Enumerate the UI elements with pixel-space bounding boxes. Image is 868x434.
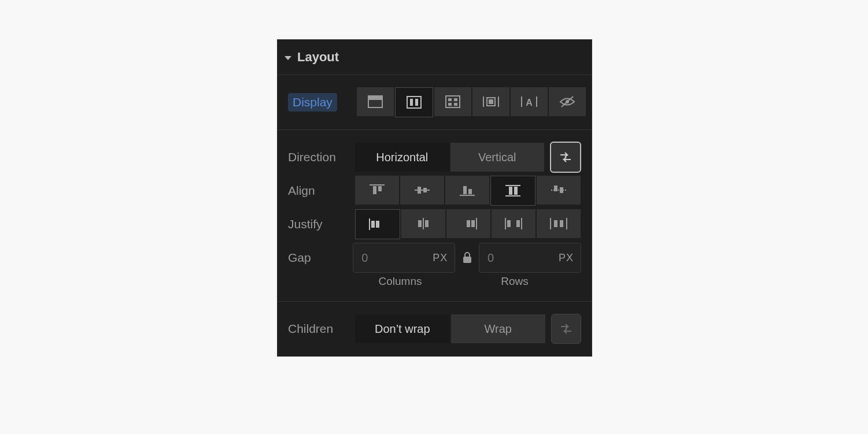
- svg-rect-24: [423, 188, 427, 192]
- swap-arrows-icon: [558, 151, 573, 164]
- align-baseline-button[interactable]: [537, 176, 581, 205]
- children-segmented: Don’t wrap Wrap: [355, 314, 545, 343]
- children-section: Children Don’t wrap Wrap: [278, 301, 592, 356]
- align-label: Align: [288, 184, 355, 198]
- justify-between-icon: [504, 217, 523, 231]
- flex-icon: [407, 96, 422, 109]
- inline-icon: A: [520, 95, 538, 108]
- gap-lock-button[interactable]: [455, 251, 479, 264]
- align-end-button[interactable]: [445, 176, 489, 205]
- svg-text:A: A: [526, 98, 533, 107]
- svg-rect-20: [373, 186, 376, 194]
- display-inline-button[interactable]: A: [511, 87, 548, 116]
- display-button-group: A: [357, 87, 586, 117]
- display-block-button[interactable]: [357, 87, 394, 116]
- panel-header[interactable]: Layout: [278, 40, 592, 75]
- align-center-icon: [413, 183, 431, 197]
- children-label: Children: [288, 322, 355, 336]
- svg-rect-27: [468, 189, 472, 194]
- align-start-icon: [368, 183, 386, 197]
- justify-around-icon: [549, 217, 568, 231]
- lock-icon: [462, 251, 472, 264]
- svg-rect-21: [378, 186, 382, 191]
- svg-rect-13: [489, 99, 493, 104]
- svg-rect-36: [371, 221, 375, 228]
- svg-rect-4: [415, 99, 418, 106]
- justify-end-icon: [459, 217, 478, 231]
- direction-horizontal-button[interactable]: Horizontal: [355, 143, 449, 172]
- gap-rows-input[interactable]: [486, 251, 518, 265]
- svg-rect-8: [448, 103, 452, 106]
- align-button-group: [355, 176, 581, 206]
- display-flex-button[interactable]: [395, 87, 433, 117]
- justify-center-icon: [413, 217, 433, 231]
- children-wrap-button[interactable]: Wrap: [451, 314, 546, 343]
- svg-rect-40: [425, 220, 429, 227]
- svg-rect-2: [407, 97, 421, 108]
- gap-rows-input-wrap: PX: [479, 243, 581, 273]
- gap-rows-sublabel: Rows: [470, 275, 560, 288]
- gap-label: Gap: [288, 251, 353, 265]
- display-grid-button[interactable]: [434, 87, 471, 116]
- direction-label: Direction: [288, 150, 355, 164]
- justify-around-button[interactable]: [537, 209, 581, 238]
- display-section: Display A: [278, 75, 592, 129]
- hidden-eye-icon: [559, 95, 575, 108]
- justify-start-icon: [368, 217, 387, 231]
- align-stretch-icon: [504, 184, 522, 198]
- reverse-direction-button[interactable]: [550, 142, 581, 173]
- panel-title: Layout: [297, 50, 339, 65]
- swap-arrows-dim-icon: [559, 322, 574, 335]
- gap-columns-unit[interactable]: PX: [433, 252, 448, 264]
- justify-between-button[interactable]: [492, 209, 535, 238]
- collapse-triangle-icon: [285, 56, 291, 60]
- reverse-wrap-button[interactable]: [551, 314, 581, 344]
- display-label[interactable]: Display: [288, 93, 337, 112]
- svg-rect-6: [448, 98, 452, 101]
- svg-rect-33: [554, 186, 557, 191]
- justify-label: Justify: [288, 217, 355, 231]
- align-center-button[interactable]: [400, 176, 444, 205]
- flex-section: Direction Horizontal Vertical Align: [278, 129, 592, 301]
- svg-rect-37: [376, 221, 379, 228]
- svg-rect-3: [410, 99, 413, 106]
- svg-rect-50: [554, 220, 557, 227]
- svg-rect-7: [454, 98, 457, 101]
- gap-columns-input-wrap: PX: [353, 243, 455, 273]
- gap-columns-input[interactable]: [360, 251, 391, 265]
- svg-rect-31: [514, 187, 518, 195]
- svg-rect-26: [463, 186, 467, 194]
- svg-rect-46: [507, 220, 511, 227]
- svg-rect-30: [509, 187, 512, 195]
- direction-vertical-button[interactable]: Vertical: [450, 143, 545, 172]
- layout-panel: Layout Display A: [277, 39, 592, 357]
- gap-columns-sublabel: Columns: [355, 275, 445, 288]
- justify-center-button[interactable]: [401, 209, 445, 238]
- align-baseline-icon: [550, 183, 567, 197]
- svg-rect-47: [516, 220, 520, 227]
- svg-rect-9: [454, 103, 457, 106]
- svg-rect-1: [368, 96, 382, 100]
- svg-rect-39: [418, 220, 422, 227]
- svg-rect-5: [446, 96, 460, 107]
- children-nowrap-button[interactable]: Don’t wrap: [355, 314, 450, 343]
- align-stretch-button[interactable]: [490, 176, 535, 206]
- display-inline-block-button[interactable]: [472, 87, 509, 116]
- svg-rect-23: [418, 187, 421, 194]
- svg-rect-43: [471, 220, 475, 227]
- block-icon: [368, 95, 383, 108]
- justify-start-button[interactable]: [355, 209, 400, 239]
- svg-rect-34: [560, 187, 563, 193]
- gap-rows-unit[interactable]: PX: [559, 252, 574, 264]
- svg-rect-52: [463, 257, 471, 263]
- display-none-button[interactable]: [549, 87, 586, 116]
- svg-rect-42: [467, 220, 470, 227]
- svg-rect-51: [560, 220, 563, 227]
- align-end-icon: [459, 183, 476, 197]
- direction-segmented: Horizontal Vertical: [355, 143, 544, 172]
- align-start-button[interactable]: [355, 176, 399, 205]
- inline-block-icon: [482, 95, 500, 108]
- justify-end-button[interactable]: [446, 209, 490, 238]
- justify-button-group: [355, 209, 581, 239]
- grid-icon: [445, 95, 460, 108]
